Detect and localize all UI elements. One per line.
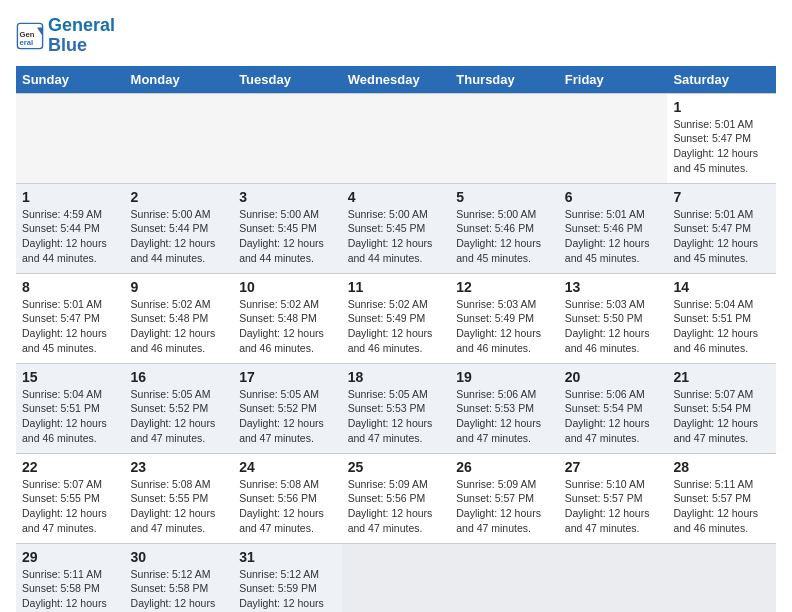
calendar-cell: 25Sunrise: 5:09 AMSunset: 5:56 PMDayligh… [342, 453, 451, 543]
calendar-cell: 31Sunrise: 5:12 AMSunset: 5:59 PMDayligh… [233, 543, 342, 612]
day-number: 3 [239, 189, 336, 205]
day-info: Sunrise: 4:59 AMSunset: 5:44 PMDaylight:… [22, 207, 119, 266]
calendar-cell: 13Sunrise: 5:03 AMSunset: 5:50 PMDayligh… [559, 273, 668, 363]
day-info: Sunrise: 5:02 AMSunset: 5:48 PMDaylight:… [131, 297, 228, 356]
calendar-cell: 22Sunrise: 5:07 AMSunset: 5:55 PMDayligh… [16, 453, 125, 543]
day-number: 8 [22, 279, 119, 295]
day-number: 20 [565, 369, 662, 385]
day-number: 30 [131, 549, 228, 565]
day-info: Sunrise: 5:03 AMSunset: 5:49 PMDaylight:… [456, 297, 553, 356]
calendar-cell [342, 543, 451, 612]
week-row-5: 22Sunrise: 5:07 AMSunset: 5:55 PMDayligh… [16, 453, 776, 543]
day-info: Sunrise: 5:00 AMSunset: 5:45 PMDaylight:… [239, 207, 336, 266]
day-number: 5 [456, 189, 553, 205]
day-info: Sunrise: 5:07 AMSunset: 5:54 PMDaylight:… [673, 387, 770, 446]
calendar-cell: 10Sunrise: 5:02 AMSunset: 5:48 PMDayligh… [233, 273, 342, 363]
calendar-cell: 19Sunrise: 5:06 AMSunset: 5:53 PMDayligh… [450, 363, 559, 453]
day-info: Sunrise: 5:02 AMSunset: 5:48 PMDaylight:… [239, 297, 336, 356]
day-info: Sunrise: 5:06 AMSunset: 5:53 PMDaylight:… [456, 387, 553, 446]
day-number: 12 [456, 279, 553, 295]
calendar-cell: 18Sunrise: 5:05 AMSunset: 5:53 PMDayligh… [342, 363, 451, 453]
day-info: Sunrise: 5:01 AMSunset: 5:47 PMDaylight:… [22, 297, 119, 356]
day-number: 16 [131, 369, 228, 385]
calendar-cell: 16Sunrise: 5:05 AMSunset: 5:52 PMDayligh… [125, 363, 234, 453]
day-info: Sunrise: 5:08 AMSunset: 5:56 PMDaylight:… [239, 477, 336, 536]
calendar-cell: 5Sunrise: 5:00 AMSunset: 5:46 PMDaylight… [450, 183, 559, 273]
calendar-cell: 2Sunrise: 5:00 AMSunset: 5:44 PMDaylight… [125, 183, 234, 273]
calendar-cell: 27Sunrise: 5:10 AMSunset: 5:57 PMDayligh… [559, 453, 668, 543]
page-header: Gen eral GeneralBlue [16, 16, 776, 56]
day-info: Sunrise: 5:11 AMSunset: 5:58 PMDaylight:… [22, 567, 119, 612]
day-header-thursday: Thursday [450, 66, 559, 94]
day-info: Sunrise: 5:02 AMSunset: 5:49 PMDaylight:… [348, 297, 445, 356]
day-number: 15 [22, 369, 119, 385]
day-number: 13 [565, 279, 662, 295]
logo-icon: Gen eral [16, 22, 44, 50]
week-row-2: 1Sunrise: 4:59 AMSunset: 5:44 PMDaylight… [16, 183, 776, 273]
calendar-cell [125, 93, 234, 183]
calendar-cell: 20Sunrise: 5:06 AMSunset: 5:54 PMDayligh… [559, 363, 668, 453]
day-number: 31 [239, 549, 336, 565]
day-info: Sunrise: 5:07 AMSunset: 5:55 PMDaylight:… [22, 477, 119, 536]
calendar-cell: 21Sunrise: 5:07 AMSunset: 5:54 PMDayligh… [667, 363, 776, 453]
day-number: 27 [565, 459, 662, 475]
day-info: Sunrise: 5:00 AMSunset: 5:45 PMDaylight:… [348, 207, 445, 266]
day-number: 17 [239, 369, 336, 385]
day-info: Sunrise: 5:05 AMSunset: 5:52 PMDaylight:… [239, 387, 336, 446]
day-number: 19 [456, 369, 553, 385]
calendar-cell: 1Sunrise: 4:59 AMSunset: 5:44 PMDaylight… [16, 183, 125, 273]
day-info: Sunrise: 5:08 AMSunset: 5:55 PMDaylight:… [131, 477, 228, 536]
day-info: Sunrise: 5:01 AMSunset: 5:46 PMDaylight:… [565, 207, 662, 266]
day-number: 29 [22, 549, 119, 565]
calendar-cell: 4Sunrise: 5:00 AMSunset: 5:45 PMDaylight… [342, 183, 451, 273]
calendar-cell: 6Sunrise: 5:01 AMSunset: 5:46 PMDaylight… [559, 183, 668, 273]
day-header-friday: Friday [559, 66, 668, 94]
day-header-tuesday: Tuesday [233, 66, 342, 94]
day-number: 1 [22, 189, 119, 205]
day-number: 25 [348, 459, 445, 475]
calendar-cell: 7Sunrise: 5:01 AMSunset: 5:47 PMDaylight… [667, 183, 776, 273]
calendar-cell: 30Sunrise: 5:12 AMSunset: 5:58 PMDayligh… [125, 543, 234, 612]
calendar-cell: 9Sunrise: 5:02 AMSunset: 5:48 PMDaylight… [125, 273, 234, 363]
day-number: 10 [239, 279, 336, 295]
day-number: 18 [348, 369, 445, 385]
calendar-cell: 23Sunrise: 5:08 AMSunset: 5:55 PMDayligh… [125, 453, 234, 543]
calendar-cell: 17Sunrise: 5:05 AMSunset: 5:52 PMDayligh… [233, 363, 342, 453]
day-number: 1 [673, 99, 770, 115]
day-info: Sunrise: 5:01 AMSunset: 5:47 PMDaylight:… [673, 207, 770, 266]
day-number: 14 [673, 279, 770, 295]
day-number: 2 [131, 189, 228, 205]
day-number: 9 [131, 279, 228, 295]
day-info: Sunrise: 5:01 AMSunset: 5:47 PMDaylight:… [673, 117, 770, 176]
logo: Gen eral GeneralBlue [16, 16, 115, 56]
calendar-cell [16, 93, 125, 183]
day-info: Sunrise: 5:04 AMSunset: 5:51 PMDaylight:… [673, 297, 770, 356]
day-number: 11 [348, 279, 445, 295]
day-info: Sunrise: 5:10 AMSunset: 5:57 PMDaylight:… [565, 477, 662, 536]
day-info: Sunrise: 5:09 AMSunset: 5:56 PMDaylight:… [348, 477, 445, 536]
week-row-1: 1Sunrise: 5:01 AMSunset: 5:47 PMDaylight… [16, 93, 776, 183]
day-header-saturday: Saturday [667, 66, 776, 94]
calendar-cell: 1Sunrise: 5:01 AMSunset: 5:47 PMDaylight… [667, 93, 776, 183]
calendar-cell: 3Sunrise: 5:00 AMSunset: 5:45 PMDaylight… [233, 183, 342, 273]
day-header-sunday: Sunday [16, 66, 125, 94]
day-header-wednesday: Wednesday [342, 66, 451, 94]
day-info: Sunrise: 5:06 AMSunset: 5:54 PMDaylight:… [565, 387, 662, 446]
day-number: 28 [673, 459, 770, 475]
day-number: 22 [22, 459, 119, 475]
day-info: Sunrise: 5:03 AMSunset: 5:50 PMDaylight:… [565, 297, 662, 356]
day-info: Sunrise: 5:04 AMSunset: 5:51 PMDaylight:… [22, 387, 119, 446]
calendar-table: SundayMondayTuesdayWednesdayThursdayFrid… [16, 66, 776, 612]
day-info: Sunrise: 5:00 AMSunset: 5:44 PMDaylight:… [131, 207, 228, 266]
calendar-cell: 24Sunrise: 5:08 AMSunset: 5:56 PMDayligh… [233, 453, 342, 543]
calendar-cell: 26Sunrise: 5:09 AMSunset: 5:57 PMDayligh… [450, 453, 559, 543]
day-number: 6 [565, 189, 662, 205]
calendar-cell: 11Sunrise: 5:02 AMSunset: 5:49 PMDayligh… [342, 273, 451, 363]
calendar-cell [233, 93, 342, 183]
day-info: Sunrise: 5:09 AMSunset: 5:57 PMDaylight:… [456, 477, 553, 536]
calendar-cell [342, 93, 451, 183]
calendar-cell [667, 543, 776, 612]
week-row-6: 29Sunrise: 5:11 AMSunset: 5:58 PMDayligh… [16, 543, 776, 612]
calendar-cell [559, 93, 668, 183]
day-info: Sunrise: 5:12 AMSunset: 5:58 PMDaylight:… [131, 567, 228, 612]
